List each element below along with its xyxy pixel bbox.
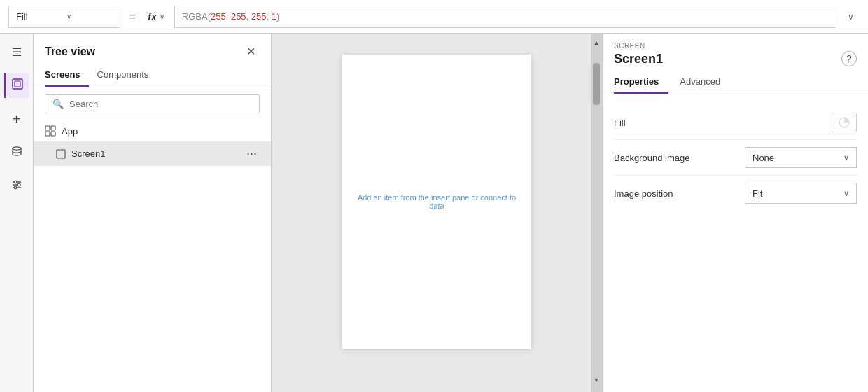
background-image-dropdown-chevron: ∨ xyxy=(844,153,849,162)
layers-icon-btn[interactable] xyxy=(4,73,29,98)
help-button[interactable]: ? xyxy=(841,51,857,66)
svg-rect-0 xyxy=(13,79,22,89)
image-position-label: Image position xyxy=(614,188,698,199)
canvas-area: Add an item from the insert pane or conn… xyxy=(272,34,602,392)
tab-screens[interactable]: Screens xyxy=(45,65,89,87)
svg-point-7 xyxy=(18,183,20,186)
image-position-dropdown-chevron: ∨ xyxy=(844,189,849,198)
screen1-more-button[interactable]: ··· xyxy=(244,146,260,161)
scroll-down-arrow[interactable]: ▼ xyxy=(591,374,602,386)
fx-selector[interactable]: fx ∨ xyxy=(144,11,168,22)
svg-point-2 xyxy=(13,147,21,150)
image-position-value: Fit ∨ xyxy=(745,183,857,204)
fill-value xyxy=(832,113,857,132)
main-layout: ☰ + xyxy=(0,34,868,392)
formula-bar: Fill ∨ = fx ∨ RGBA(255, 255, 255, 1) ∨ xyxy=(0,0,868,34)
screen1-item-label: Screen1 xyxy=(71,148,238,159)
app-item-label: App xyxy=(62,126,260,136)
screen-icon xyxy=(56,149,66,159)
background-image-property-row: Background image None ∨ xyxy=(614,140,857,176)
screen-title: Screen1 xyxy=(614,52,663,66)
add-icon-btn[interactable]: + xyxy=(4,106,29,132)
tree-panel-close-button[interactable]: ✕ xyxy=(242,43,260,59)
menu-icon: ☰ xyxy=(12,46,22,59)
tree-search-container: 🔍 xyxy=(34,88,271,120)
background-image-value: None ∨ xyxy=(745,147,857,168)
tree-panel: Tree view ✕ Screens Components 🔍 xyxy=(34,34,272,392)
tab-advanced[interactable]: Advanced xyxy=(680,72,730,94)
tree-item-screen1[interactable]: Screen1 ··· xyxy=(34,141,271,166)
canvas-scrollbar[interactable]: ▲ ▼ xyxy=(591,34,602,392)
fill-property-row: Fill xyxy=(614,106,857,140)
svg-rect-12 xyxy=(51,132,55,136)
background-image-label: Background image xyxy=(614,153,698,163)
tree-item-app[interactable]: App xyxy=(34,120,271,141)
tab-components[interactable]: Components xyxy=(97,65,158,87)
property-selector[interactable]: Fill ∨ xyxy=(8,6,120,28)
tree-panel-title: Tree view xyxy=(45,46,95,58)
svg-rect-11 xyxy=(46,132,50,136)
sidebar-icons: ☰ + xyxy=(0,34,34,392)
props-panel: SCREEN Screen1 ? Properties Advanced Fil… xyxy=(602,34,868,392)
fx-chevron: ∨ xyxy=(160,13,164,20)
fill-picker-button[interactable] xyxy=(832,113,857,132)
svg-rect-9 xyxy=(46,126,50,130)
image-position-property-row: Image position Fit ∨ xyxy=(614,176,857,211)
background-image-dropdown[interactable]: None ∨ xyxy=(745,147,857,168)
svg-rect-13 xyxy=(57,150,65,158)
tab-properties[interactable]: Properties xyxy=(614,72,668,94)
screen-canvas[interactable]: Add an item from the insert pane or conn… xyxy=(342,55,531,349)
controls-icon xyxy=(10,178,23,194)
tree-panel-header: Tree view ✕ xyxy=(34,34,271,65)
canvas-hint-text: Add an item from the insert pane or conn… xyxy=(342,193,531,210)
svg-rect-10 xyxy=(51,126,55,130)
formula-input[interactable]: RGBA(255, 255, 255, 1) xyxy=(174,6,836,28)
search-input[interactable] xyxy=(69,99,252,109)
props-header: SCREEN Screen1 ? xyxy=(603,34,868,66)
app-icon xyxy=(45,125,56,136)
svg-rect-1 xyxy=(15,81,20,87)
screen-section-label: SCREEN xyxy=(614,42,857,50)
property-chevron: ∨ xyxy=(66,13,113,20)
menu-icon-btn[interactable]: ☰ xyxy=(4,39,29,64)
layers-icon xyxy=(11,78,24,93)
svg-point-8 xyxy=(14,186,17,189)
tree-items-list: App Screen1 ··· xyxy=(34,120,271,392)
tree-tabs: Screens Components xyxy=(34,65,271,88)
formula-bar-expand[interactable]: ∨ xyxy=(842,12,860,22)
controls-icon-btn[interactable] xyxy=(4,174,29,199)
props-body: Fill Background image None ∨ xyxy=(603,94,868,222)
equals-sign: = xyxy=(126,10,138,23)
property-name: Fill xyxy=(16,11,62,22)
svg-point-6 xyxy=(14,181,17,183)
tree-search-box[interactable]: 🔍 xyxy=(45,94,260,113)
data-icon-btn[interactable] xyxy=(4,140,29,165)
background-image-dropdown-value: None xyxy=(752,153,774,163)
search-icon: 🔍 xyxy=(52,99,64,109)
image-position-dropdown-value: Fit xyxy=(752,188,762,199)
data-icon xyxy=(10,145,23,160)
props-tabs: Properties Advanced xyxy=(603,66,868,94)
add-icon: + xyxy=(13,111,21,127)
scroll-thumb[interactable] xyxy=(593,63,600,105)
scroll-up-arrow[interactable]: ▲ xyxy=(591,36,602,49)
fx-label: fx xyxy=(148,11,156,22)
fill-label: Fill xyxy=(614,118,698,128)
image-position-dropdown[interactable]: Fit ∨ xyxy=(745,183,857,204)
rgba-text: RGBA(255, 255, 255, 1) xyxy=(182,11,280,22)
